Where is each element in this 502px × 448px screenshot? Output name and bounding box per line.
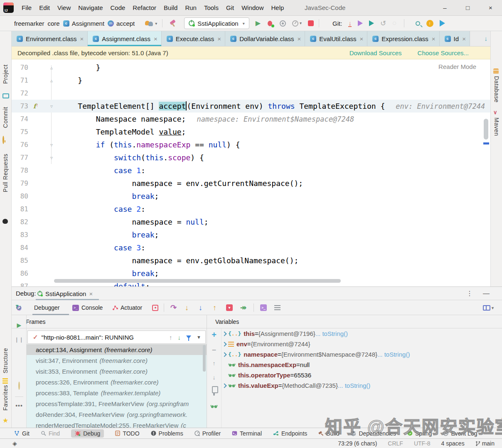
code-text[interactable]: } xyxy=(60,61,101,74)
line-number[interactable]: 71 xyxy=(12,76,28,84)
run-to-cursor-icon[interactable]: ↠ xyxy=(240,300,246,315)
line-number[interactable]: 73 xyxy=(12,102,28,110)
step-over-icon[interactable]: ↷ xyxy=(170,300,177,315)
toolwindow-button-find[interactable]: Find xyxy=(41,430,60,437)
tab-console[interactable]: >_Console xyxy=(72,300,103,315)
coverage-button[interactable] xyxy=(280,20,286,27)
settings-list-icon[interactable] xyxy=(274,300,281,315)
stack-frame[interactable]: renderMergedTemplateModel:255, FreeMarke… xyxy=(27,420,207,428)
breadcrumb-item-accept[interactable]: maccept xyxy=(108,20,135,27)
add-watch-icon[interactable]: + xyxy=(207,330,221,340)
code-line-83[interactable]: 83 break; xyxy=(12,228,490,241)
line-number[interactable]: 79 xyxy=(12,179,28,187)
tab-Environment.class[interactable]: cEnvironment.class× xyxy=(12,31,88,46)
menu-build[interactable]: Build xyxy=(160,0,181,16)
tab-Execute.class[interactable]: cExecute.class× xyxy=(162,31,225,46)
resume-icon[interactable]: ▶ xyxy=(12,322,27,328)
vertical-scrollbar[interactable] xyxy=(484,119,488,140)
close-icon[interactable]: × xyxy=(432,35,436,42)
code-text[interactable]: break; xyxy=(60,190,159,203)
code-line-77[interactable]: 77▿ switch(this.scope) { xyxy=(12,151,490,164)
close-button[interactable]: × xyxy=(479,0,502,16)
code-line-84[interactable]: 84 case 3: xyxy=(12,241,490,254)
code-text[interactable]: case 2: xyxy=(60,203,145,215)
filter-icon[interactable] xyxy=(186,335,191,339)
code-text[interactable]: switch(this.scope) { xyxy=(60,151,204,164)
line-number[interactable]: 70 xyxy=(12,64,28,71)
code-line-80[interactable]: 80 break; xyxy=(12,190,490,203)
rollback-icon[interactable]: ◌ xyxy=(392,20,396,27)
users-icon[interactable] xyxy=(145,20,154,27)
sidebar-item-commit[interactable]: Commit xyxy=(2,107,9,128)
minimize-button[interactable]: – xyxy=(433,0,456,16)
structure-icon[interactable] xyxy=(2,378,8,384)
history-icon[interactable]: ↺ xyxy=(380,20,386,27)
code-line-74[interactable]: 74 Namespace namespace;namespace: Enviro… xyxy=(12,113,490,125)
up-arrow-icon[interactable]: ↑ xyxy=(169,334,172,341)
git-branch[interactable]: main xyxy=(475,440,495,447)
code-text[interactable]: namespace = env.getGlobalNamespace(); xyxy=(60,254,298,267)
fold-marker[interactable]: ▵ xyxy=(43,65,60,71)
code-line-75[interactable]: 75 TemplateModel value; xyxy=(12,125,490,138)
toolwindow-button-todo[interactable]: TODO xyxy=(115,430,139,437)
watches-glasses-icon[interactable] xyxy=(207,403,221,410)
drop-frame-icon[interactable]: ▾ xyxy=(226,300,233,315)
menu-tools[interactable]: Tools xyxy=(200,0,222,16)
line-number[interactable]: 80 xyxy=(12,192,28,200)
code-line-72[interactable]: 72 xyxy=(12,87,490,100)
indent-setting[interactable]: 4 spaces xyxy=(441,440,465,447)
menu-edit[interactable]: Edit xyxy=(35,0,54,16)
fold-marker[interactable]: ▿ xyxy=(43,103,60,109)
variable-row[interactable]: env = {Environment@7244} xyxy=(221,339,500,349)
copy-icon[interactable] xyxy=(207,388,221,395)
variable-row[interactable]: {..}this = {Assignment@7196} ... toStrin… xyxy=(221,328,500,339)
toolwindow-button-git[interactable]: Git xyxy=(14,430,30,437)
search-icon[interactable] xyxy=(416,21,420,26)
code-line-76[interactable]: 76▿ if (this.namespaceExp == null) { xyxy=(12,138,490,151)
debug-button[interactable] xyxy=(267,20,273,27)
tab-actuator[interactable]: Actuator xyxy=(112,300,142,315)
git-commit-push-icon[interactable] xyxy=(369,20,374,26)
line-number[interactable]: 83 xyxy=(12,231,28,239)
database-icon[interactable] xyxy=(493,69,499,74)
line-number[interactable]: 74 xyxy=(12,115,28,123)
git-update-icon[interactable]: ↓ xyxy=(348,20,352,27)
sidebar-item-maven[interactable]: Maven xyxy=(493,118,500,136)
code-line-78[interactable]: 78 case 1: xyxy=(12,164,490,177)
more-icon[interactable]: ••• xyxy=(12,402,27,409)
fold-marker[interactable]: ▵ xyxy=(43,78,60,83)
variable-row[interactable]: this.valueExp = {MethodCall@7235} ... to… xyxy=(221,380,500,391)
line-number[interactable]: 72 xyxy=(12,89,28,97)
build-hammer-icon[interactable] xyxy=(169,20,177,27)
sidebar-item-project[interactable]: Project xyxy=(2,64,9,84)
toolwindow-button-debug[interactable]: Debug xyxy=(71,429,104,438)
menu-help[interactable]: Help xyxy=(268,0,288,16)
download-sources-link[interactable]: Download Sources xyxy=(349,49,402,56)
close-icon[interactable]: × xyxy=(217,35,221,42)
choose-sources-link[interactable]: Choose Sources... xyxy=(418,49,469,56)
down-arrow-icon[interactable]: ↓ xyxy=(207,374,221,381)
close-icon[interactable]: × xyxy=(298,35,301,42)
ide-features-icon[interactable] xyxy=(440,20,445,27)
close-icon[interactable]: × xyxy=(154,35,157,42)
code-line-82[interactable]: 82 namespace = null; xyxy=(12,215,490,228)
method-breakpoint-icon[interactable]: f↑ xyxy=(28,103,43,110)
tab-debugger[interactable]: Debugger xyxy=(34,300,60,315)
line-number[interactable]: 78 xyxy=(12,166,28,174)
expand-chevron-icon[interactable] xyxy=(221,341,228,347)
toolwindow-button-build[interactable]: Build xyxy=(318,430,339,437)
menu-window[interactable]: Window xyxy=(238,0,267,16)
breadcrumb-item-assignment[interactable]: cAssignment xyxy=(63,20,104,27)
expand-chevron-icon[interactable] xyxy=(221,383,228,389)
sidebar-item-favorites[interactable]: Favorites xyxy=(2,385,9,411)
update-notification-icon[interactable]: ↑ xyxy=(426,20,433,27)
more-options-icon[interactable]: ⋮ xyxy=(466,287,473,300)
step-out-icon[interactable]: ↑ xyxy=(213,300,217,315)
run-configuration-select[interactable]: SstiApplication ▾ xyxy=(184,17,249,29)
debug-session-tab[interactable]: SstiApplication × xyxy=(37,287,93,300)
code-text[interactable]: namespace = env.getCurrentNamespace(); xyxy=(60,177,303,190)
hide-panel-icon[interactable]: — xyxy=(483,287,490,300)
stack-frame[interactable]: process:383, Template(freemarker.templat… xyxy=(27,387,207,398)
layers-icon[interactable]: ◈ xyxy=(12,440,17,447)
reader-mode-link[interactable]: Reader Mode xyxy=(438,63,476,70)
